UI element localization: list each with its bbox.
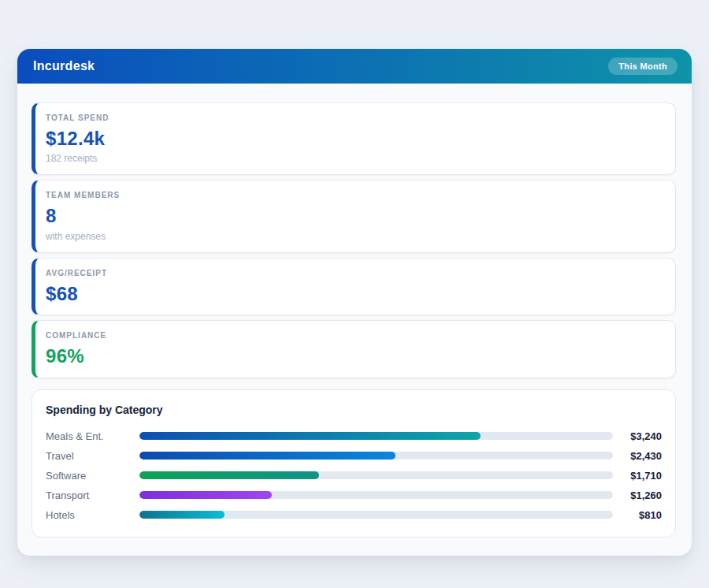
- stat-card-team-members: TEAM MEMBERS 8 with expenses: [32, 180, 676, 252]
- category-label: Travel: [46, 450, 139, 462]
- category-label: Hotels: [46, 509, 139, 521]
- bar-track: [139, 452, 613, 460]
- stat-card-total-spend: TOTAL SPEND $12.4k 182 receipts: [32, 102, 676, 175]
- value-label: $2,430: [613, 450, 662, 462]
- chart-row-meals: Meals & Ent. $3,240: [46, 426, 662, 446]
- chart-row-travel: Travel $2,430: [46, 446, 662, 466]
- category-label: Software: [46, 470, 139, 482]
- value-label: $1,710: [613, 470, 662, 482]
- dashboard-body: TOTAL SPEND $12.4k 182 receipts TEAM MEM…: [17, 84, 692, 556]
- chart-row-software: Software $1,710: [46, 466, 662, 486]
- bar-track: [139, 491, 613, 499]
- chart-row-transport: Transport $1,260: [46, 486, 662, 505]
- bar-track: [139, 511, 613, 519]
- stat-card-compliance: COMPLIANCE 96%: [32, 320, 676, 378]
- bar-track: [139, 471, 613, 479]
- category-label: Transport: [46, 489, 139, 501]
- bar-track: [139, 432, 613, 440]
- bar-fill-transport: [139, 491, 272, 499]
- stat-value: $12.4k: [46, 128, 662, 149]
- stat-value: 96%: [46, 346, 662, 367]
- bar-fill-software: [139, 471, 319, 479]
- value-label: $1,260: [613, 489, 662, 501]
- value-label: $810: [613, 509, 662, 521]
- stat-value: 8: [46, 206, 662, 226]
- period-badge[interactable]: This Month: [608, 58, 677, 75]
- app-card: Incurdesk This Month TOTAL SPEND $12.4k …: [17, 49, 692, 556]
- stat-label: COMPLIANCE: [46, 331, 662, 340]
- value-label: $3,240: [613, 430, 662, 442]
- chart-title: Spending by Category: [46, 404, 662, 416]
- app-title: Incurdesk: [33, 59, 95, 73]
- bar-fill-hotels: [139, 511, 225, 519]
- category-label: Meals & Ent.: [46, 430, 139, 442]
- stat-card-avg-receipt: AVG/RECEIPT $68: [32, 258, 676, 315]
- bar-fill-meals: [139, 432, 481, 440]
- stat-label: AVG/RECEIPT: [46, 269, 662, 277]
- spending-by-category-chart: Spending by Category Meals & Ent. $3,240…: [32, 389, 676, 538]
- stat-label: TEAM MEMBERS: [46, 191, 662, 199]
- stat-subtext: 182 receipts: [46, 153, 662, 164]
- bar-fill-travel: [139, 452, 395, 460]
- stat-subtext: with expenses: [46, 231, 662, 242]
- stat-label: TOTAL SPEND: [46, 114, 662, 122]
- app-header: Incurdesk This Month: [17, 49, 692, 84]
- chart-row-hotels: Hotels $810: [46, 505, 662, 525]
- stat-value: $68: [46, 284, 662, 304]
